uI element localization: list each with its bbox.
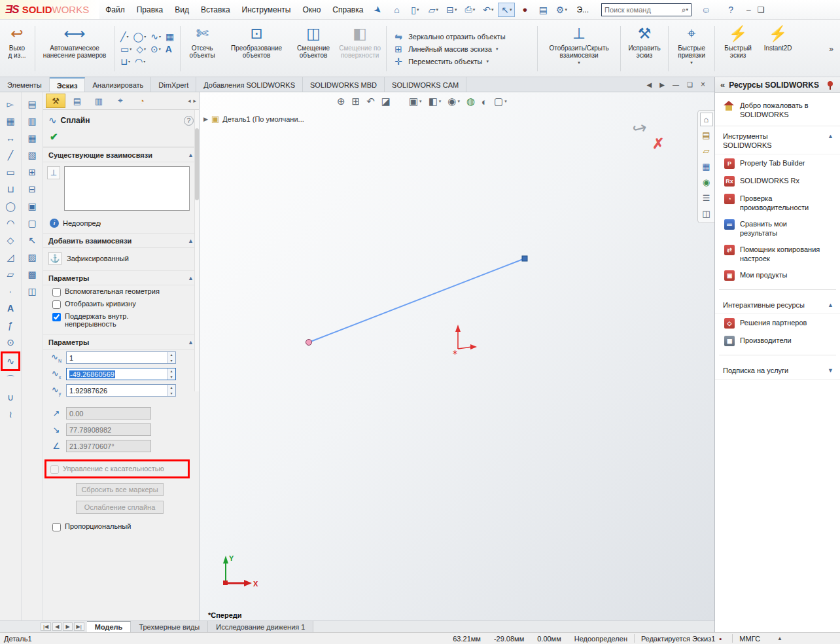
hatch-3-icon[interactable]: ◫ <box>24 283 40 299</box>
restore-icon[interactable]: ❏ <box>758 5 765 14</box>
copy-icon[interactable]: ▤ <box>24 96 40 112</box>
circle-icon[interactable]: ◯ <box>3 198 18 214</box>
options-gear-icon[interactable]: ⚙▾ <box>553 3 570 17</box>
convert-entities-tool-icon[interactable]: ƒ <box>3 317 18 333</box>
panel-close-icon[interactable]: × <box>701 80 705 89</box>
tools-section-header[interactable]: Инструменты SOLIDWORKS▲ <box>715 126 840 154</box>
ribbon-overflow-icon[interactable]: » <box>824 45 839 54</box>
show-curvature-box[interactable] <box>52 300 61 309</box>
quick-snaps-button[interactable]: ⌖ Быстрые привязки ▾ <box>671 21 712 77</box>
cursor-icon[interactable]: ↖ <box>24 232 40 248</box>
trim-tool-icon[interactable]: ∪ <box>3 389 18 405</box>
offset-entities-button[interactable]: ◫ Смещение объектов <box>291 21 336 77</box>
solidworks-rx-item[interactable]: Rx SOLIDWORKS Rx <box>715 172 840 190</box>
sheet-icon[interactable]: ▤ <box>534 3 551 17</box>
search-dropdown-icon[interactable]: ▾ <box>686 7 689 12</box>
mirror-tool-icon[interactable]: ≀ <box>3 406 18 422</box>
menu-edit[interactable]: Правка <box>131 0 169 19</box>
tab-addins[interactable]: Добавления SOLIDWORKS <box>196 77 303 92</box>
maintain-continuity-box[interactable] <box>52 313 61 321</box>
exit-sketch-button[interactable]: ↩ Выход из... <box>1 21 33 77</box>
print-icon[interactable]: ⎙▾ <box>461 3 478 17</box>
rectangle-tool-icon[interactable]: ▭▾ <box>120 44 131 54</box>
interactive-section-header[interactable]: Интерактивные ресурсы▲ <box>715 295 840 314</box>
tab-cam[interactable]: SOLIDWORKS CAM <box>385 77 466 92</box>
text-tool-icon[interactable]: A <box>166 44 172 54</box>
select-icon[interactable]: ▻ <box>3 96 18 112</box>
slot-tool-icon[interactable]: ⊔▾ <box>120 56 130 67</box>
manufacturers-item[interactable]: ▦ Производители <box>715 332 840 349</box>
point-number-field[interactable]: 1 ▴▾ <box>66 351 176 364</box>
offset-entities-tool-icon[interactable]: ⊙ <box>3 334 18 350</box>
command-search[interactable]: ⌕ ▾ <box>601 3 691 16</box>
compare-results-item[interactable]: ≔ Сравнить мои результаты <box>715 215 840 241</box>
fix-relation-button[interactable]: ⚓ Зафиксированный <box>43 248 199 270</box>
configuration-tab-icon[interactable]: ▥ <box>89 94 109 108</box>
grid-1-icon[interactable]: ⊞ <box>24 164 40 180</box>
new-document-icon[interactable]: ▯▾ <box>406 3 423 17</box>
tab-evaluate[interactable]: Анализировать <box>85 77 151 92</box>
welcome-item[interactable]: Добро пожаловать в SOLIDWORKS <box>715 93 840 126</box>
panel-maximize-icon[interactable]: ❏ <box>687 81 693 88</box>
feature-tree-tab-icon[interactable]: ▤ <box>67 94 87 108</box>
move-entities-button[interactable]: ✛ Переместить объекты ▾ <box>393 56 531 67</box>
proportional-checkbox[interactable]: Пропорциональный <box>43 520 199 533</box>
parameters-header[interactable]: Параметры▲ <box>43 334 199 349</box>
reset-handles-button[interactable]: Сбросить все маркеры <box>76 483 164 496</box>
collapse-pane-icon[interactable]: « <box>720 80 725 90</box>
smart-dimension-button[interactable]: ⟷ Автоматическое нанесение размеров <box>37 21 112 77</box>
search-icon[interactable]: ⌕ <box>682 5 686 14</box>
model-tab[interactable]: Модель <box>87 621 131 632</box>
performance-test-item[interactable]: ◔ Проверка производительности <box>715 190 840 215</box>
copy-settings-wizard-item[interactable]: ⇄ Помощник копирования настроек <box>715 241 840 266</box>
spline-icon[interactable]: ∿ <box>1 351 20 371</box>
polygon-tool-icon[interactable]: ◇▾ <box>136 44 146 54</box>
pm-tabs-right-icon[interactable]: ▸ <box>193 98 196 104</box>
proportional-box[interactable] <box>52 523 61 531</box>
y-coordinate-field[interactable]: 1.92987626 ▴▾ <box>66 384 176 397</box>
propertymanager-tab-icon[interactable]: ⚒ <box>46 94 65 108</box>
tangent-driving-checkbox[interactable]: Управление с касательностью <box>46 463 186 475</box>
y-coordinate-spinner[interactable]: ▴▾ <box>167 385 175 396</box>
menu-tools[interactable]: Инструменты <box>236 0 297 19</box>
construction-geometry-checkbox[interactable]: Вспомогательная геометрия <box>43 285 199 298</box>
smart-dimension-tool-icon[interactable]: ↔ <box>3 130 18 146</box>
corner-rectangle-icon[interactable]: ▭ <box>3 164 18 180</box>
curvature-field[interactable]: 0.00 <box>66 407 151 420</box>
ellipse-tool-icon[interactable]: ⊙▾ <box>150 44 161 54</box>
options-header[interactable]: Параметры▲ <box>43 270 199 285</box>
open-document-icon[interactable]: ▱▾ <box>425 3 442 17</box>
x-coordinate-field[interactable]: -49.26860569 ▴▾ <box>66 368 176 380</box>
point-icon[interactable]: ∙ <box>3 283 18 299</box>
straight-slot-icon[interactable]: ⊔ <box>3 181 18 197</box>
maintain-continuity-checkbox[interactable]: Поддержать внутр. непрерывность <box>43 310 199 329</box>
tab-features[interactable]: Элементы <box>0 77 50 92</box>
undo-icon[interactable]: ↶▾ <box>480 3 497 17</box>
last-tab-icon[interactable]: ▶| <box>74 622 84 631</box>
spline-endpoint[interactable] <box>522 256 527 261</box>
first-tab-icon[interactable]: |◀ <box>41 622 51 631</box>
subscription-section-header[interactable]: Подписка на услуги▼ <box>715 361 840 380</box>
minimize-icon[interactable]: – <box>746 5 751 14</box>
solidworks-resources-tab-icon[interactable]: ⌂ <box>700 113 713 126</box>
tangent-driving-box[interactable] <box>50 465 59 474</box>
x-coordinate-spinner[interactable]: ▴▾ <box>167 368 175 380</box>
pin-pane-icon[interactable] <box>826 80 835 90</box>
repair-sketch-button[interactable]: ⚒ Исправить эскиз <box>623 21 666 77</box>
centerpoint-arc-icon[interactable]: ◠ <box>3 215 18 231</box>
file-explorer-tab-icon[interactable]: ▱ <box>700 144 713 158</box>
grid-2-icon[interactable]: ⊟ <box>24 181 40 197</box>
material-ball-icon[interactable]: ● <box>516 3 533 17</box>
graphics-area[interactable]: ⊕ ⊞ ↶ ◪ ▣▾ ◧▾ ◉▾ ◍ ◐ ▢▾ ▶ ▣ Деталь1 (По … <box>200 92 714 620</box>
pm-tabs-left-icon[interactable]: ◂ <box>188 98 191 104</box>
sheet-2-icon[interactable]: ▧ <box>24 147 40 163</box>
save-icon[interactable]: ⊟▾ <box>443 3 460 17</box>
tab-mbd[interactable]: SOLIDWORKS MBD <box>303 77 385 92</box>
circle-tool-icon[interactable]: ◯▾ <box>133 31 146 42</box>
surface-offset-button[interactable]: ◧ Смещение по поверхности <box>336 21 384 77</box>
spline-curve[interactable] <box>309 259 525 342</box>
display-relations-button[interactable]: ⊥ Отобразить/Скрыть взаимосвязи ▾ <box>540 21 618 77</box>
menu-help[interactable]: Справка <box>326 0 369 19</box>
construction-geometry-box[interactable] <box>52 288 61 296</box>
text-icon[interactable]: A <box>3 300 18 316</box>
